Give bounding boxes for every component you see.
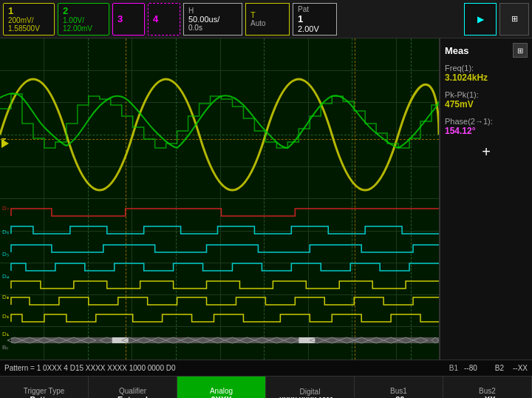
- analog-label-top: Analog: [210, 387, 233, 395]
- bus1-label-bot: -80: [393, 395, 405, 398]
- pat-volt: 2.00V: [298, 24, 332, 33]
- trig-mode: Auto: [250, 19, 284, 27]
- ch2-number: 2: [63, 5, 68, 16]
- ch2-offset: 12.00mV: [63, 24, 92, 33]
- b2-value: --XX: [513, 364, 528, 372]
- scope-screen[interactable]: T D₇ D₆ D₅ D₄ D₃ D₂ D₁ B₀: [0, 38, 440, 360]
- phase-label: Phase(2→1):: [445, 117, 528, 126]
- pkpk-label: Pk-Pk(1):: [445, 90, 528, 99]
- waveform-display: [0, 38, 439, 360]
- b1-label: B1: [449, 364, 458, 372]
- freq-label: Freq(1):: [445, 64, 528, 72]
- ch1-offset: 1.58500V: [8, 24, 40, 33]
- horiz-pos: 0.0s: [188, 24, 237, 32]
- horiz-scale: 50.00us/: [188, 15, 237, 24]
- horiz-button[interactable]: H 50.00us/ 0.0s: [183, 3, 242, 36]
- trigger-arrow: [1, 139, 9, 148]
- freq-value: 3.1024kHz: [445, 72, 528, 83]
- ch3-number: 3: [117, 13, 123, 24]
- pat-num: 1: [298, 13, 332, 24]
- corner-icon: ⊞: [511, 14, 518, 24]
- bus1-label-top: Bus1: [390, 387, 407, 395]
- trig-label: T: [250, 10, 284, 19]
- ch3-button[interactable]: 3: [112, 3, 145, 36]
- trigger-type-label-top: Trigger Type: [24, 387, 65, 395]
- svg-rect-1: [299, 337, 315, 343]
- qualifier-button[interactable]: Qualifier Entered: [89, 377, 177, 398]
- ch1-number: 1: [8, 5, 13, 16]
- pattern-text: Pattern = 1 0XXX 4 D15 XXXX XXXX 1000 00…: [4, 364, 443, 372]
- horiz-label: H: [188, 7, 237, 15]
- toolbar: 1 200mV/ 1.58500V 2 1.00V/ 12.00mV 3 4 H…: [0, 0, 532, 38]
- bus2-label-top: Bus2: [479, 387, 496, 395]
- pat-label: Pat: [298, 5, 332, 13]
- analog-button[interactable]: Analog 0XXX: [177, 377, 266, 398]
- bus2-button[interactable]: Bus2 --XX: [443, 377, 532, 398]
- trigger-type-label-bot: Pattern: [30, 395, 58, 398]
- meas-panel: Meas ⊞ Freq(1): 3.1024kHz Pk-Pk(1): 475m…: [440, 38, 532, 360]
- ch1-button[interactable]: 1 200mV/ 1.58500V: [3, 3, 55, 36]
- pkpk-measurement: Pk-Pk(1): 475mV: [445, 90, 528, 109]
- corner-button[interactable]: ⊞: [499, 3, 529, 36]
- digital-button[interactable]: Digital XXXX XXXX 1000 ...: [266, 377, 355, 398]
- meas-add-button[interactable]: +: [445, 144, 528, 161]
- pat-button[interactable]: Pat 1 2.00V: [293, 3, 337, 36]
- trig-button[interactable]: T Auto: [245, 3, 290, 36]
- pkpk-value: 475mV: [445, 99, 528, 109]
- phase-measurement: Phase(2→1): 154.12°: [445, 117, 528, 136]
- ch2-scale: 1.00V/: [63, 16, 84, 24]
- b1-value: --80: [464, 364, 477, 372]
- analog-label-bot: 0XXX: [211, 395, 231, 398]
- ch2-button[interactable]: 2 1.00V/ 12.00mV: [58, 3, 109, 36]
- bus1-button[interactable]: Bus1 -80: [355, 377, 443, 398]
- meas-header: Meas ⊞: [445, 43, 528, 58]
- qualifier-label-bot: Entered: [117, 395, 148, 398]
- qualifier-label-top: Qualifier: [119, 387, 146, 395]
- meas-title: Meas: [445, 45, 469, 56]
- ch4-number: 4: [153, 13, 158, 24]
- main-area: T D₇ D₆ D₅ D₄ D₃ D₂ D₁ B₀: [0, 38, 532, 360]
- ch4-button[interactable]: 4: [148, 3, 180, 36]
- bottom-toolbar: Trigger Type Pattern Qualifier Entered A…: [0, 376, 532, 398]
- digital-label-top: Digital: [300, 388, 321, 396]
- phase-value: 154.12°: [445, 126, 528, 136]
- trig-indicator: ▶: [464, 3, 497, 36]
- trigger-type-button[interactable]: Trigger Type Pattern: [0, 377, 89, 398]
- ch1-scale: 200mV/: [8, 16, 33, 24]
- freq-measurement: Freq(1): 3.1024kHz: [445, 64, 528, 83]
- status-bar: Pattern = 1 0XXX 4 D15 XXXX XXXX 1000 00…: [0, 360, 532, 376]
- meas-grid-button[interactable]: ⊞: [513, 43, 528, 58]
- b2-label: B2: [495, 364, 504, 372]
- bus2-label-bot: --XX: [480, 395, 496, 398]
